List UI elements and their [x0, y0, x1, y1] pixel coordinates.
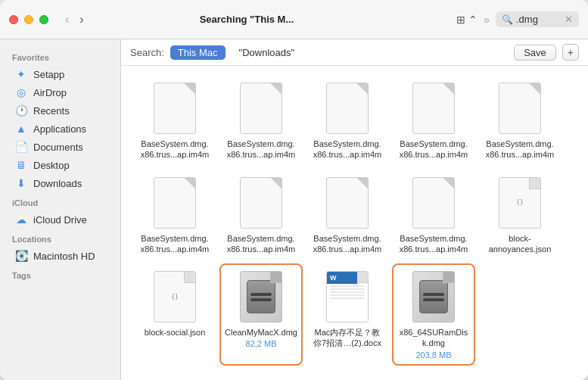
list-item[interactable]: {} block-annoyances.json: [478, 170, 562, 261]
file-name: BaseSystem.dmg.x86.trus...ap.im4m: [227, 233, 295, 255]
titlebar: ‹ › Searching "This M... ⊞ ⌃ » 🔍 ✕: [0, 0, 588, 39]
close-button[interactable]: [9, 15, 18, 24]
sidebar-item-recents[interactable]: 🕐 Recents: [3, 101, 117, 120]
sidebar-item-applications[interactable]: ▲ Applications: [3, 120, 117, 138]
main-content: Search: This Mac "Downloads" Save + Base…: [121, 39, 588, 380]
list-item[interactable]: BaseSystem.dmg.x86.trus...ap.im4m: [133, 170, 216, 261]
sidebar-item-label: Macintosh HD: [33, 251, 95, 262]
sidebar-item-documents[interactable]: 📄 Documents: [3, 138, 117, 156]
file-icon: [406, 269, 461, 324]
list-item[interactable]: BaseSystem.dmg.x86.trus...ap.im4m: [306, 75, 389, 167]
this-mac-scope-button[interactable]: This Mac: [170, 45, 226, 60]
minimize-button[interactable]: [24, 15, 33, 24]
file-name: Mac内存不足？教你7招清…(2).docx: [313, 327, 381, 349]
downloads-scope-button[interactable]: "Downloads": [232, 45, 303, 60]
sidebar-item-downloads[interactable]: ⬇ Downloads: [3, 174, 117, 192]
file-name: BaseSystem.dmg.x86.trus...ap.im4m: [141, 233, 209, 255]
list-item[interactable]: CleanMyMacX.dmg 82,2 MB: [219, 263, 303, 366]
json-text-label: {}: [171, 294, 179, 301]
file-name: x86_64SURamDisk.dmg: [400, 327, 468, 349]
sidebar-item-label: Desktop: [33, 160, 70, 171]
file-icon: [493, 81, 547, 135]
list-item[interactable]: BaseSystem.dmg.x86.trus...ap.im4m: [306, 170, 389, 261]
file-icon: [320, 81, 375, 135]
sidebar-item-label: iCloud Drive: [33, 214, 87, 226]
search-label: Search:: [130, 47, 164, 58]
sidebar-item-desktop[interactable]: 🖥 Desktop: [3, 156, 117, 174]
applications-icon: ▲: [15, 123, 27, 135]
expand-button[interactable]: »: [484, 14, 490, 26]
file-name: BaseSystem.dmg.x86.trus...ap.im4m: [313, 233, 381, 255]
sidebar-item-macintosh-hd[interactable]: 💽 Macintosh HD: [3, 247, 117, 265]
file-icon: [234, 176, 288, 230]
file-name: BaseSystem.dmg.x86.trus...ap.im4m: [227, 139, 295, 160]
file-name: BaseSystem.dmg.x86.trus...ap.im4m: [400, 139, 468, 160]
sidebar-item-label: Setapp: [33, 69, 64, 80]
downloads-icon: ⬇: [15, 177, 27, 189]
search-scope-bar: Search: This Mac "Downloads" Save +: [121, 39, 588, 66]
list-item[interactable]: BaseSystem.dmg.x86.trus...ap.im4m: [392, 170, 475, 261]
list-item[interactable]: BaseSystem.dmg.x86.trus...ap.im4m: [219, 75, 303, 167]
setapp-icon: ✦: [15, 68, 27, 80]
file-icon: W: [320, 269, 375, 324]
search-clear-button[interactable]: ✕: [565, 14, 573, 25]
file-icon: [234, 81, 288, 135]
file-icon: [320, 176, 375, 230]
sidebar-item-label: Documents: [33, 142, 83, 153]
file-icon: {}: [148, 269, 202, 324]
sidebar-item-label: Downloads: [33, 178, 82, 189]
json-text-label: {}: [516, 199, 524, 206]
icloud-icon: ☁: [15, 213, 27, 226]
save-button[interactable]: Save: [514, 45, 556, 61]
list-item[interactable]: BaseSystem.dmg.x86.trus...ap.im4m: [133, 75, 216, 167]
tags-section-label: Tags: [0, 265, 120, 283]
desktop-icon: 🖥: [15, 159, 27, 171]
files-grid: BaseSystem.dmg.x86.trus...ap.im4m BaseSy…: [121, 66, 588, 380]
file-size: 203,8 MB: [415, 350, 451, 360]
file-name: block-social.json: [145, 327, 206, 338]
sidebar-item-setapp[interactable]: ✦ Setapp: [3, 65, 117, 83]
airdrop-icon: ◎: [15, 86, 27, 98]
file-icon: [234, 269, 288, 324]
file-name: BaseSystem.dmg.x86.trus...ap.im4m: [486, 139, 554, 160]
file-icon: {}: [493, 176, 547, 230]
sidebar-item-icloud-drive[interactable]: ☁ iCloud Drive: [3, 210, 117, 229]
recents-icon: 🕐: [15, 104, 27, 117]
list-item[interactable]: W Mac内存不足？教你7招清…(2).docx: [306, 263, 389, 366]
sidebar-item-airdrop[interactable]: ◎ AirDrop: [3, 83, 117, 101]
search-input[interactable]: [516, 14, 562, 25]
search-icon: 🔍: [502, 14, 513, 25]
sidebar-item-label: Recents: [33, 105, 70, 117]
list-item[interactable]: BaseSystem.dmg.x86.trus...ap.im4m: [392, 75, 475, 167]
finder-window: ‹ › Searching "This M... ⊞ ⌃ » 🔍 ✕ Favor…: [0, 0, 588, 380]
plus-button[interactable]: +: [562, 44, 579, 61]
file-icon: [406, 81, 461, 135]
list-item[interactable]: BaseSystem.dmg.x86.trus...ap.im4m: [478, 75, 562, 167]
file-name: BaseSystem.dmg.x86.trus...ap.im4m: [141, 139, 209, 160]
documents-icon: 📄: [15, 141, 27, 153]
window-title: Searching "This M...: [37, 14, 457, 25]
locations-section-label: Locations: [0, 229, 120, 247]
file-name: CleanMyMacX.dmg: [225, 327, 297, 338]
list-item[interactable]: x86_64SURamDisk.dmg 203,8 MB: [392, 263, 475, 366]
sidebar-item-label: Applications: [33, 123, 86, 135]
file-icon: [406, 176, 461, 230]
file-icon: [148, 81, 202, 135]
file-size: 82,2 MB: [246, 339, 277, 348]
list-item[interactable]: {} block-social.json: [133, 263, 216, 366]
file-name: BaseSystem.dmg.x86.trus...ap.im4m: [313, 139, 381, 160]
file-name: block-annoyances.json: [489, 233, 552, 255]
icloud-section-label: iCloud: [0, 192, 120, 210]
sidebar-item-label: AirDrop: [33, 87, 67, 98]
file-name: BaseSystem.dmg.x86.trus...ap.im4m: [400, 233, 468, 255]
search-bar[interactable]: 🔍 ✕: [496, 11, 579, 27]
list-item[interactable]: BaseSystem.dmg.x86.trus...ap.im4m: [219, 170, 303, 261]
favorites-section-label: Favorites: [0, 47, 120, 65]
body: Favorites ✦ Setapp ◎ AirDrop 🕐 Recents ▲…: [0, 39, 588, 380]
hd-icon: 💽: [15, 250, 27, 262]
file-icon: [148, 176, 202, 230]
titlebar-actions: ⊞ ⌃ » 🔍 ✕: [456, 11, 579, 27]
sidebar: Favorites ✦ Setapp ◎ AirDrop 🕐 Recents ▲…: [0, 39, 121, 380]
view-toggle-button[interactable]: ⊞ ⌃: [456, 14, 478, 26]
